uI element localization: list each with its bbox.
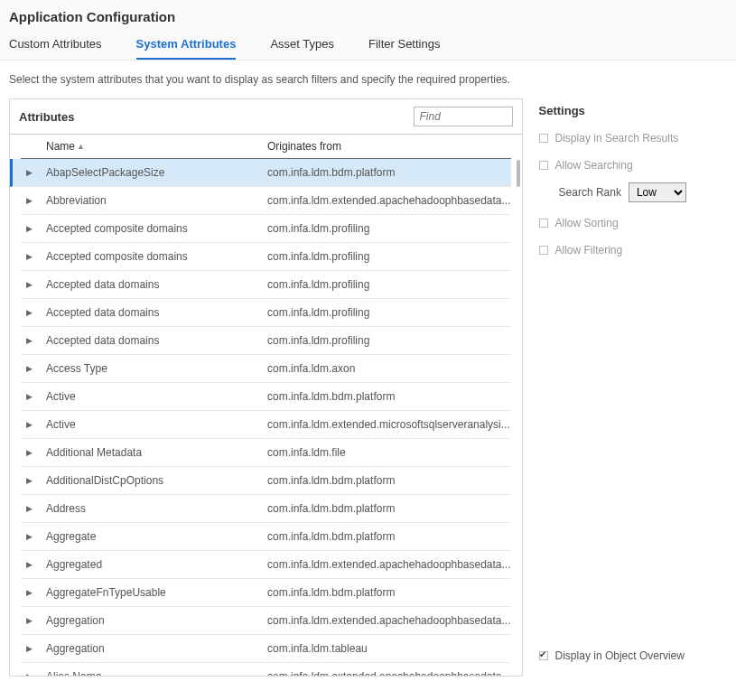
expand-caret-icon[interactable]: ▶ bbox=[21, 280, 46, 289]
expand-caret-icon[interactable]: ▶ bbox=[21, 448, 46, 457]
table-row[interactable]: ▶Accepted data domainscom.infa.ldm.profi… bbox=[21, 299, 511, 327]
tab-custom-attributes[interactable]: Custom Attributes bbox=[9, 37, 102, 60]
setting-allow-sorting[interactable]: Allow Sorting bbox=[539, 217, 727, 229]
expand-caret-icon[interactable]: ▶ bbox=[21, 308, 46, 317]
attribute-name: Abbreviation bbox=[46, 194, 267, 207]
expand-caret-icon[interactable]: ▶ bbox=[21, 196, 46, 205]
table-header: Name▲ Originates from bbox=[21, 135, 511, 159]
table-row[interactable]: ▶Accepted data domainscom.infa.ldm.profi… bbox=[21, 327, 511, 355]
expand-caret-icon[interactable]: ▶ bbox=[21, 168, 46, 177]
attribute-name: Address bbox=[46, 502, 267, 515]
attribute-name: AggregateFnTypeUsable bbox=[46, 586, 267, 599]
attribute-name: Accepted composite domains bbox=[46, 222, 267, 235]
settings-title: Settings bbox=[539, 104, 727, 117]
find-input[interactable] bbox=[414, 107, 513, 126]
table-row[interactable]: ▶Accepted composite domainscom.infa.ldm.… bbox=[21, 215, 511, 243]
attribute-name: Alias Name bbox=[46, 670, 267, 676]
tab-filter-settings[interactable]: Filter Settings bbox=[368, 37, 440, 60]
attributes-title: Attributes bbox=[19, 110, 74, 124]
table-row[interactable]: ▶Access Typecom.infa.ldm.axon bbox=[21, 355, 511, 383]
attribute-name: Accepted data domains bbox=[46, 278, 267, 291]
expand-caret-icon[interactable]: ▶ bbox=[21, 504, 46, 513]
attribute-name: Aggregate bbox=[46, 530, 267, 543]
attribute-name: Aggregated bbox=[46, 558, 267, 571]
table-row[interactable]: ▶Aggregatecom.infa.ldm.bdm.platform bbox=[21, 523, 511, 551]
attribute-origin: com.infa.ldm.file bbox=[267, 446, 511, 459]
search-rank-label: Search Rank bbox=[559, 186, 621, 199]
table-row[interactable]: ▶Addresscom.infa.ldm.bdm.platform bbox=[21, 495, 511, 523]
table-row[interactable]: ▶Activecom.infa.ldm.bdm.platform bbox=[21, 383, 511, 411]
table-row[interactable]: ▶Accepted composite domainscom.infa.ldm.… bbox=[21, 243, 511, 271]
expand-caret-icon[interactable]: ▶ bbox=[21, 476, 46, 485]
attribute-origin: com.infa.ldm.profiling bbox=[267, 306, 511, 319]
checkbox-icon[interactable] bbox=[539, 219, 548, 228]
expand-caret-icon[interactable]: ▶ bbox=[21, 560, 46, 569]
attribute-name: Aggregation bbox=[46, 614, 267, 627]
tab-description: Select the system attributes that you wa… bbox=[0, 61, 736, 98]
attribute-name: Aggregation bbox=[46, 642, 267, 655]
tabs: Custom Attributes System Attributes Asse… bbox=[9, 37, 727, 60]
expand-caret-icon[interactable]: ▶ bbox=[21, 644, 46, 653]
attribute-origin: com.infa.ldm.extended.apachehadoophbased… bbox=[267, 670, 511, 676]
expand-caret-icon[interactable]: ▶ bbox=[21, 532, 46, 541]
checkbox-icon[interactable] bbox=[539, 246, 548, 255]
attribute-name: Access Type bbox=[46, 362, 267, 375]
attribute-name: Accepted data domains bbox=[46, 334, 267, 347]
table-row[interactable]: ▶Alias Namecom.infa.ldm.extended.apacheh… bbox=[21, 663, 511, 676]
table-row[interactable]: ▶Aggregatedcom.infa.ldm.extended.apacheh… bbox=[21, 551, 511, 579]
attribute-origin: com.infa.ldm.extended.apachehadoophbased… bbox=[267, 614, 511, 627]
setting-allow-filtering[interactable]: Allow Filtering bbox=[539, 244, 727, 257]
attribute-name: Active bbox=[46, 390, 267, 403]
expand-caret-icon[interactable]: ▶ bbox=[21, 420, 46, 429]
attribute-origin: com.infa.ldm.bdm.platform bbox=[267, 586, 511, 599]
checkbox-checked-icon[interactable] bbox=[539, 651, 548, 660]
expand-caret-icon[interactable]: ▶ bbox=[21, 336, 46, 345]
expand-caret-icon[interactable]: ▶ bbox=[21, 672, 46, 676]
expand-caret-icon[interactable]: ▶ bbox=[21, 588, 46, 597]
table-row[interactable]: ▶Accepted data domainscom.infa.ldm.profi… bbox=[21, 271, 511, 299]
attribute-name: Accepted data domains bbox=[46, 306, 267, 319]
attribute-origin: com.infa.ldm.bdm.platform bbox=[267, 166, 511, 179]
expand-caret-icon[interactable]: ▶ bbox=[21, 224, 46, 233]
scrollbar-thumb[interactable] bbox=[517, 160, 520, 187]
attribute-origin: com.infa.ldm.bdm.platform bbox=[267, 502, 511, 515]
attribute-name: Accepted composite domains bbox=[46, 250, 267, 263]
table-row[interactable]: ▶Additional Metadatacom.infa.ldm.file bbox=[21, 439, 511, 467]
column-origin-header[interactable]: Originates from bbox=[267, 140, 511, 153]
attribute-origin: com.infa.ldm.extended.apachehadoophbased… bbox=[267, 194, 511, 207]
attribute-origin: com.infa.ldm.bdm.platform bbox=[267, 530, 511, 543]
attribute-origin: com.infa.ldm.tableau bbox=[267, 642, 511, 655]
attribute-name: AdditionalDistCpOptions bbox=[46, 474, 267, 487]
table-row[interactable]: ▶AbapSelectPackageSizecom.infa.ldm.bdm.p… bbox=[10, 159, 511, 187]
attribute-origin: com.infa.ldm.extended.microsoftsqlserver… bbox=[267, 418, 511, 431]
expand-caret-icon[interactable]: ▶ bbox=[21, 252, 46, 261]
setting-display-in-search-results[interactable]: Display in Search Results bbox=[539, 132, 727, 145]
attribute-origin: com.infa.ldm.extended.apachehadoophbased… bbox=[267, 558, 511, 571]
attribute-origin: com.infa.ldm.profiling bbox=[267, 222, 511, 235]
checkbox-icon[interactable] bbox=[539, 161, 548, 170]
expand-caret-icon[interactable]: ▶ bbox=[21, 392, 46, 401]
column-name-header[interactable]: Name▲ bbox=[46, 140, 267, 153]
setting-display-in-object-overview[interactable]: Display in Object Overview bbox=[539, 649, 727, 662]
checkbox-icon[interactable] bbox=[539, 134, 548, 143]
attribute-name: Active bbox=[46, 418, 267, 431]
table-row[interactable]: ▶AdditionalDistCpOptionscom.infa.ldm.bdm… bbox=[21, 467, 511, 495]
table-row[interactable]: ▶Activecom.infa.ldm.extended.microsoftsq… bbox=[21, 411, 511, 439]
tab-system-attributes[interactable]: System Attributes bbox=[136, 37, 237, 60]
search-rank-select[interactable]: Low bbox=[629, 182, 686, 202]
page-title: Application Configuration bbox=[9, 9, 727, 24]
setting-allow-searching[interactable]: Allow Searching bbox=[539, 159, 727, 172]
attribute-name: AbapSelectPackageSize bbox=[46, 166, 267, 179]
table-row[interactable]: ▶Abbreviationcom.infa.ldm.extended.apach… bbox=[21, 187, 511, 215]
expand-caret-icon[interactable]: ▶ bbox=[21, 364, 46, 373]
expand-caret-icon[interactable]: ▶ bbox=[21, 616, 46, 625]
attribute-origin: com.infa.ldm.profiling bbox=[267, 334, 511, 347]
tab-asset-types[interactable]: Asset Types bbox=[270, 37, 334, 60]
table-row[interactable]: ▶Aggregationcom.infa.ldm.extended.apache… bbox=[21, 607, 511, 635]
attribute-name: Additional Metadata bbox=[46, 446, 267, 459]
table-row[interactable]: ▶AggregateFnTypeUsablecom.infa.ldm.bdm.p… bbox=[21, 579, 511, 607]
attribute-origin: com.infa.ldm.bdm.platform bbox=[267, 474, 511, 487]
attribute-origin: com.infa.ldm.axon bbox=[267, 362, 511, 375]
table-row[interactable]: ▶Aggregationcom.infa.ldm.tableau bbox=[21, 635, 511, 663]
attributes-panel: Attributes Name▲ Originates from ▶AbapSe… bbox=[9, 98, 523, 677]
